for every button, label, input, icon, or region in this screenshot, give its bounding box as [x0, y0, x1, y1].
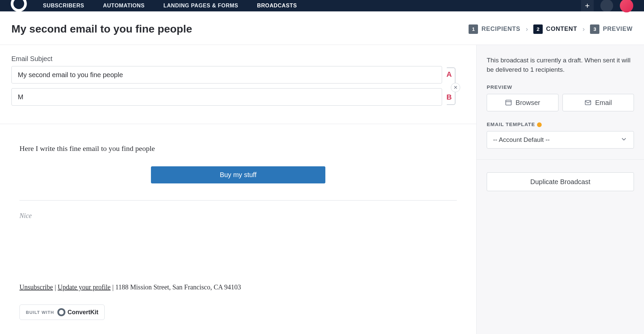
preview-email-label: Email — [595, 99, 612, 107]
add-button[interactable]: + — [581, 0, 594, 12]
step-content[interactable]: 2 CONTENT — [533, 24, 577, 34]
email-icon — [584, 99, 592, 106]
nav-link-subscribers[interactable]: SUBSCRIBERS — [43, 3, 84, 9]
divider — [19, 200, 457, 201]
chevron-right-icon: › — [583, 25, 585, 33]
close-icon: ✕ — [453, 85, 458, 91]
signature-text[interactable]: Nice — [19, 212, 457, 220]
step-num-3: 3 — [590, 24, 599, 34]
browser-icon — [505, 99, 512, 106]
step-num-1: 1 — [469, 24, 478, 34]
preview-email-button[interactable]: Email — [562, 94, 634, 111]
built-with-badge[interactable]: BUILT WITH ConvertKit — [19, 304, 105, 320]
step-label-preview: PREVIEW — [603, 25, 633, 33]
step-label-content: CONTENT — [546, 25, 577, 33]
duplicate-broadcast-button[interactable]: Duplicate Broadcast — [487, 172, 634, 191]
convertkit-icon — [57, 308, 65, 316]
sidebar-divider — [477, 159, 644, 160]
step-indicator: 1 RECIPIENTS › 2 CONTENT › 3 PREVIEW — [469, 24, 633, 34]
email-template-value: -- Account Default -- — [493, 136, 550, 144]
footer-address: 1188 Mission Street, San Francisco, CA 9… — [115, 283, 241, 291]
preview-heading: PREVIEW — [487, 84, 634, 90]
nav-links: SUBSCRIBERS AUTOMATIONS LANDING PAGES & … — [43, 3, 297, 9]
chevron-down-icon — [620, 135, 628, 145]
email-template-heading: EMAIL TEMPLATE — [487, 121, 634, 127]
convertkit-logo: ConvertKit — [57, 308, 98, 316]
sidebar: This broadcast is currently a draft. Whe… — [476, 45, 644, 334]
email-body-text[interactable]: Here I write this fine email to you find… — [19, 144, 457, 153]
unsubscribe-link[interactable]: Unsubscribe — [19, 283, 53, 291]
draft-notice: This broadcast is currently a draft. Whe… — [487, 56, 634, 74]
email-footer: Unsubscribe | Update your profile | 1188… — [19, 283, 457, 291]
preview-browser-button[interactable]: Browser — [487, 94, 558, 111]
svg-rect-0 — [506, 100, 512, 105]
convertkit-text: ConvertKit — [67, 309, 98, 316]
step-label-recipients: RECIPIENTS — [481, 25, 520, 33]
nav-link-broadcasts[interactable]: BROADCASTS — [257, 3, 297, 9]
page-title: My second email to you fine people — [11, 23, 192, 35]
subject-b-input[interactable] — [11, 88, 442, 106]
chevron-right-icon: › — [526, 25, 528, 33]
built-with-label: BUILT WITH — [26, 310, 54, 315]
remove-ab-button[interactable]: ✕ — [451, 83, 460, 92]
template-status-dot — [537, 122, 542, 127]
help-icon[interactable] — [600, 0, 613, 12]
subject-field-label: Email Subject — [11, 55, 465, 63]
update-profile-link[interactable]: Update your profile — [58, 283, 111, 291]
nav-link-landing-pages-forms[interactable]: LANDING PAGES & FORMS — [163, 3, 238, 9]
logo[interactable] — [11, 0, 27, 12]
top-nav: SUBSCRIBERS AUTOMATIONS LANDING PAGES & … — [0, 0, 644, 11]
nav-link-automations[interactable]: AUTOMATIONS — [103, 3, 145, 9]
cta-button[interactable]: Buy my stuff — [151, 166, 325, 183]
subject-section: Email Subject A B ✕ — [0, 45, 476, 124]
step-preview[interactable]: 3 PREVIEW — [590, 24, 633, 34]
footer-sep-1: | — [53, 283, 58, 291]
step-num-2: 2 — [533, 24, 543, 34]
email-editor[interactable]: Here I write this fine email to you find… — [0, 124, 476, 334]
footer-sep-2: | — [111, 283, 115, 291]
subject-a-input[interactable] — [11, 66, 442, 84]
plus-icon: + — [585, 1, 590, 10]
header-row: My second email to you fine people 1 REC… — [0, 11, 644, 45]
email-template-select[interactable]: -- Account Default -- — [487, 131, 634, 149]
preview-browser-label: Browser — [516, 99, 540, 107]
avatar[interactable] — [620, 0, 633, 12]
step-recipients[interactable]: 1 RECIPIENTS — [469, 24, 520, 34]
main-column: Email Subject A B ✕ Here I write t — [0, 45, 476, 334]
